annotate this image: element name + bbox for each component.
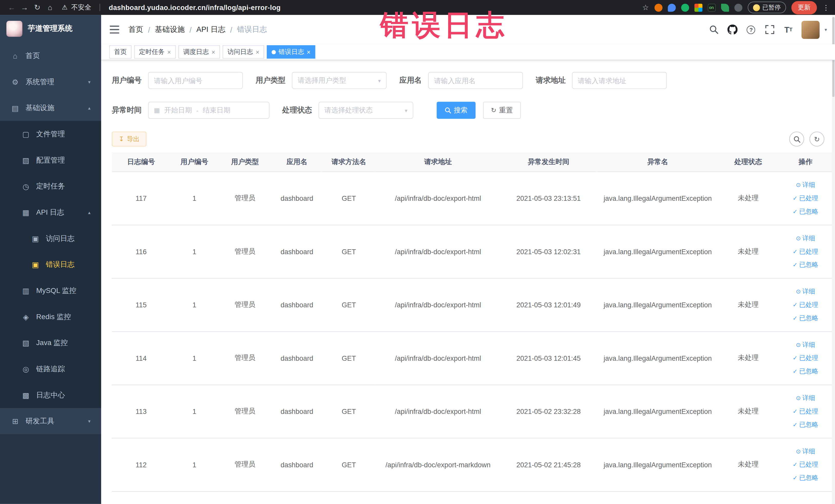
extension-icon[interactable] xyxy=(668,3,676,11)
omnibox[interactable]: ⚠ 不安全 dashboard.yudao.iocoder.cn/infra/l… xyxy=(62,3,281,12)
font-size-icon[interactable]: TT xyxy=(783,24,794,35)
exception-time-label: 异常时间 xyxy=(112,105,148,115)
mark-processed-link[interactable]: ✓已处理 xyxy=(777,458,833,471)
extension-icon[interactable] xyxy=(654,3,662,11)
extension-icon[interactable] xyxy=(734,3,742,11)
sidebar-item-scheduled-tasks[interactable]: ◷ 定时任务 xyxy=(0,173,101,199)
extension-on-icon[interactable]: on xyxy=(708,3,715,11)
user-type-select[interactable]: 请选择用户类型 ▾ xyxy=(292,72,387,89)
detail-link[interactable]: ⊙详细 xyxy=(777,285,833,298)
request-url-input[interactable] xyxy=(572,72,667,89)
sidebar-item-access-log[interactable]: ▣ 访问日志 xyxy=(0,225,101,251)
tab-schedule-log[interactable]: 调度日志 × xyxy=(178,45,220,59)
breadcrumb-infrastructure[interactable]: 基础设施 xyxy=(155,25,185,34)
sidebar-item-trace[interactable]: ◎ 链路追踪 xyxy=(0,356,101,382)
table-header-row: 日志编号 用户编号 用户类型 应用名 请求方法名 请求地址 异常发生时间 异常名… xyxy=(112,152,833,172)
tab-scheduled-tasks[interactable]: 定时任务 × xyxy=(134,45,176,59)
paused-badge[interactable]: 已暂停 xyxy=(748,2,786,13)
detail-link[interactable]: ⊙详细 xyxy=(777,178,833,191)
refresh-table-button[interactable]: ↻ xyxy=(810,132,824,146)
extension-leaf-icon[interactable] xyxy=(721,3,729,11)
avatar[interactable] xyxy=(802,21,820,39)
close-icon[interactable]: × xyxy=(307,49,311,55)
mark-processed-link[interactable]: ✓已处理 xyxy=(777,191,833,205)
col-app-name: 应用名 xyxy=(271,152,322,172)
caret-down-icon[interactable]: ▾ xyxy=(825,27,827,32)
sidebar-item-system[interactable]: ⚙ 系统管理 ▾ xyxy=(0,69,101,95)
mark-ignored-link[interactable]: ✓已忽略 xyxy=(777,471,833,484)
page-scrollbar[interactable] xyxy=(832,15,835,504)
cell-exception-time: 2021-05-03 12:01:49 xyxy=(501,278,596,331)
export-button[interactable]: ↧ 导出 xyxy=(112,132,147,146)
mark-ignored-link[interactable]: ✓已忽略 xyxy=(777,258,833,271)
sidebar-item-api-log[interactable]: ▦ API 日志 ▴ xyxy=(0,199,101,225)
extension-icon[interactable] xyxy=(681,3,689,11)
table-row: 116 1 管理员 dashboard GET /api/infra/db-do… xyxy=(112,225,833,278)
help-icon[interactable]: ? xyxy=(746,24,756,35)
extension-icon[interactable] xyxy=(694,3,702,11)
breadcrumb-home[interactable]: 首页 xyxy=(128,25,143,34)
browser-home-icon[interactable]: ⌂ xyxy=(44,3,57,12)
sidebar-item-home[interactable]: ⌂ 首页 xyxy=(0,43,101,69)
mark-ignored-link[interactable]: ✓已忽略 xyxy=(777,205,833,218)
page-url[interactable]: dashboard.yudao.iocoder.cn/infra/log/api… xyxy=(109,3,281,11)
tab-home[interactable]: 首页 xyxy=(109,45,131,59)
cell-exception-name: java.lang.IllegalArgumentException xyxy=(596,278,719,331)
cell-user-type: 管理员 xyxy=(219,438,271,491)
mark-processed-link[interactable]: ✓已处理 xyxy=(777,245,833,258)
breadcrumb-api-log[interactable]: API 日志 xyxy=(196,25,225,34)
mark-ignored-link[interactable]: ✓已忽略 xyxy=(777,311,833,325)
mark-processed-link[interactable]: ✓已处理 xyxy=(777,298,833,311)
tab-access-log[interactable]: 访问日志 × xyxy=(223,45,264,59)
mark-ignored-link[interactable]: ✓已忽略 xyxy=(777,365,833,378)
github-icon[interactable] xyxy=(727,24,738,35)
sidebar-item-dev-tools[interactable]: ⊞ 研发工具 ▾ xyxy=(0,408,101,434)
close-icon[interactable]: × xyxy=(167,49,171,55)
cell-app-name: dashboard xyxy=(271,385,322,438)
detail-link[interactable]: ⊙详细 xyxy=(777,231,833,245)
logo-avatar xyxy=(6,21,22,37)
sidebar-item-config-management[interactable]: ▨ 配置管理 xyxy=(0,147,101,173)
browser-forward-icon[interactable]: → xyxy=(18,3,31,12)
sidebar-item-error-log[interactable]: ▣ 错误日志 xyxy=(0,251,101,278)
reset-button[interactable]: ↻ 重置 xyxy=(483,102,521,119)
mark-processed-link[interactable]: ✓已处理 xyxy=(777,351,833,365)
search-button[interactable]: 搜索 xyxy=(436,102,475,119)
trace-icon: ◎ xyxy=(21,365,30,373)
sidebar-item-java-monitor[interactable]: ▧ Java 监控 xyxy=(0,330,101,356)
search-icon[interactable] xyxy=(709,24,719,35)
sidebar-item-redis-monitor[interactable]: ◈ Redis 监控 xyxy=(0,304,101,330)
mysql-icon: ▥ xyxy=(21,286,30,295)
sidebar-collapse-icon[interactable] xyxy=(109,24,120,35)
chevron-up-icon: ▴ xyxy=(88,105,90,110)
sidebar-item-log-center[interactable]: ▩ 日志中心 xyxy=(0,382,101,408)
check-icon: ✓ xyxy=(793,475,797,481)
date-range-picker[interactable]: ▦ 开始日期 - 结束日期 xyxy=(148,102,269,119)
sidebar-item-mysql-monitor[interactable]: ▥ MySQL 监控 xyxy=(0,278,101,304)
browser-reload-icon[interactable]: ↻ xyxy=(31,3,44,12)
mark-processed-link[interactable]: ✓已处理 xyxy=(777,405,833,418)
browser-back-icon[interactable]: ← xyxy=(5,3,18,12)
sidebar-item-file-management[interactable]: ▢ 文件管理 xyxy=(0,121,101,147)
chevron-down-icon: ▾ xyxy=(88,419,90,424)
cell-method: GET xyxy=(322,331,375,384)
detail-link[interactable]: ⊙详细 xyxy=(777,338,833,351)
bookmark-star-icon[interactable]: ☆ xyxy=(642,3,649,12)
tab-error-log[interactable]: 错误日志 × xyxy=(267,45,315,59)
mark-ignored-link[interactable]: ✓已忽略 xyxy=(777,418,833,431)
browser-menu-icon[interactable]: ⋮ xyxy=(822,3,830,11)
close-icon[interactable]: × xyxy=(211,49,216,55)
sidebar-filler xyxy=(0,434,101,504)
detail-link[interactable]: ⊙详细 xyxy=(777,391,833,405)
toggle-search-button[interactable] xyxy=(789,132,804,146)
fullscreen-icon[interactable] xyxy=(765,24,775,35)
browser-update-button[interactable]: 更新 xyxy=(791,1,817,14)
sidebar-item-infrastructure[interactable]: ▤ 基础设施 ▴ xyxy=(0,95,101,121)
cell-log-id: 112 xyxy=(112,438,170,491)
process-status-select[interactable]: 请选择处理状态 ▾ xyxy=(319,102,413,119)
user-id-input[interactable] xyxy=(148,72,243,89)
tags-view-bar: 首页 定时任务 × 调度日志 × 访问日志 × 错误日志 × xyxy=(101,44,835,60)
app-name-input[interactable] xyxy=(428,72,523,89)
close-icon[interactable]: × xyxy=(256,49,260,55)
detail-link[interactable]: ⊙详细 xyxy=(777,444,833,458)
